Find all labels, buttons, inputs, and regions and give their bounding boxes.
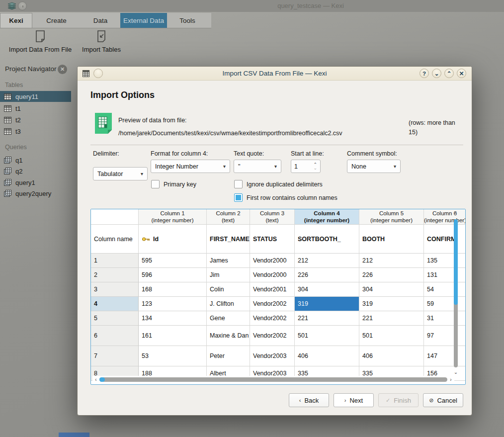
selected-cell[interactable]: 319 <box>295 297 359 311</box>
field-name-id[interactable]: Id <box>139 225 207 254</box>
column-header-4-selected[interactable]: Column 4(integer number) <box>295 209 359 225</box>
cell[interactable]: 221 <box>295 311 359 326</box>
cell[interactable]: 596 <box>139 268 207 282</box>
cell[interactable]: Vendor2000 <box>250 268 295 282</box>
cell[interactable]: 134 <box>139 311 207 326</box>
cell[interactable]: Jim <box>207 268 250 282</box>
scroll-up-icon[interactable]: ⌃ <box>452 211 459 217</box>
field-name-status[interactable]: STATUS <box>250 225 295 254</box>
field-name-booth[interactable]: BOOTH <box>359 225 424 254</box>
cell[interactable]: Vendor2003 <box>250 346 295 366</box>
field-name-first-name[interactable]: FIRST_NAME <box>207 225 250 254</box>
window-menu-button[interactable] <box>18 1 27 10</box>
table-row[interactable]: 1 595 James Vendor2000 212 212 135 <box>91 254 465 268</box>
cell[interactable]: Gene <box>207 311 250 326</box>
cell[interactable]: Vendor2001 <box>250 282 295 297</box>
cell[interactable]: 226 <box>295 268 359 282</box>
column-header-3[interactable]: Column 3(text) <box>250 209 295 225</box>
table-row[interactable]: 5 134 Gene Vendor2002 221 221 31 <box>91 311 465 326</box>
cell[interactable]: Vendor2002 <box>250 326 295 346</box>
first-row-names-checkbox[interactable] <box>234 193 243 202</box>
ignore-duplicated-checkbox[interactable] <box>234 180 243 188</box>
scroll-down-icon[interactable]: ⌄ <box>452 369 459 375</box>
vertical-scroll-thumb[interactable] <box>454 219 458 305</box>
ignore-duplicated-checkbox-row[interactable]: Ignore duplicated delimiters <box>234 180 323 188</box>
cell[interactable]: 319 <box>359 297 424 311</box>
delimiter-select[interactable]: Tabulator ▾ <box>93 167 148 180</box>
cell[interactable]: J. Clifton <box>207 297 250 311</box>
shade-button[interactable]: ⌄ <box>432 69 441 78</box>
format-select[interactable]: Integer Number ▾ <box>151 160 230 173</box>
table-row[interactable]: 3 168 Colin Vendor2001 304 304 54 <box>91 282 465 297</box>
primary-key-checkbox-row[interactable]: Primary key <box>151 180 196 188</box>
cell[interactable]: 406 <box>359 346 424 366</box>
next-button[interactable]: › Next <box>334 393 374 407</box>
unshade-button[interactable]: ⌃ <box>444 69 454 78</box>
cell[interactable]: Vendor2002 <box>250 311 295 326</box>
cell[interactable]: Peter <box>207 346 250 366</box>
cell[interactable]: 595 <box>139 254 207 268</box>
tab-tools[interactable]: Tools <box>167 13 208 28</box>
cell[interactable]: Vendor2002 <box>250 297 295 311</box>
spinner-arrows[interactable]: ⌃⌄ <box>313 163 317 170</box>
help-button[interactable]: ? <box>420 69 429 78</box>
cell[interactable]: Maxine & Dan <box>207 326 250 346</box>
csv-preview-table[interactable]: Column 1(integer number) Column 2(text) … <box>90 209 466 385</box>
sidebar-item-t3[interactable]: t3 <box>0 126 71 137</box>
cancel-button[interactable]: ⊘ Cancel <box>423 393 463 407</box>
horizontal-scroll-thumb[interactable] <box>99 377 105 382</box>
first-row-names-checkbox-row[interactable]: First row contains column names <box>234 193 337 202</box>
import-tables-button[interactable]: Import Tables <box>79 30 124 53</box>
cell[interactable]: 501 <box>359 326 424 346</box>
sidebar-item-t1[interactable]: t1 <box>0 103 71 114</box>
horizontal-scrollbar[interactable]: ‹ › <box>92 376 454 383</box>
primary-key-checkbox[interactable] <box>151 180 160 188</box>
cell[interactable]: 304 <box>359 282 424 297</box>
import-data-from-file-button[interactable]: Import Data From File <box>5 30 76 53</box>
sidebar-item-q1[interactable]: q1 <box>0 155 71 166</box>
tab-kexi[interactable]: Kexi <box>0 13 32 28</box>
sidebar-item-query1[interactable]: query1 <box>0 177 71 188</box>
scroll-left-icon[interactable]: ‹ <box>92 377 99 382</box>
cell[interactable]: 123 <box>139 297 207 311</box>
cell[interactable]: 221 <box>359 311 424 326</box>
tab-create[interactable]: Create <box>32 13 81 28</box>
table-row[interactable]: 7 53 Peter Vendor2003 406 406 147 <box>91 346 465 366</box>
scroll-right-icon[interactable]: › <box>447 377 454 382</box>
cell[interactable]: James <box>207 254 250 268</box>
close-button[interactable]: ✕ <box>457 69 466 78</box>
column-header-2[interactable]: Column 2(text) <box>207 209 250 225</box>
cell[interactable]: 212 <box>295 254 359 268</box>
cell[interactable]: Colin <box>207 282 250 297</box>
project-navigator-close-icon[interactable]: ✕ <box>58 65 67 74</box>
cell[interactable]: 304 <box>295 282 359 297</box>
comment-symbol-select[interactable]: None ▾ <box>347 160 401 173</box>
cell[interactable]: 161 <box>139 326 207 346</box>
sidebar-item-query11[interactable]: query11 <box>0 91 71 102</box>
start-at-line-spinner[interactable]: 1 ⌃⌄ <box>291 160 321 173</box>
sidebar-item-query2query[interactable]: query2query <box>0 188 71 199</box>
cell[interactable]: 501 <box>295 326 359 346</box>
field-name-sortbooth[interactable]: SORTBOOTH_ <box>295 225 359 254</box>
table-row-selected[interactable]: 4 123 J. Clifton Vendor2002 319 319 59 <box>91 297 465 311</box>
tab-data[interactable]: Data <box>81 13 120 28</box>
cell[interactable]: 226 <box>359 268 424 282</box>
cell[interactable]: 212 <box>359 254 424 268</box>
dialog-titlebar[interactable]: Import CSV Data From File — Kexi ? ⌄ ⌃ ✕ <box>78 67 472 81</box>
table-row[interactable]: 2 596 Jim Vendor2000 226 226 131 <box>91 268 465 282</box>
horizontal-scroll-track[interactable] <box>99 377 447 382</box>
text-quote-select[interactable]: " ▾ <box>234 160 281 173</box>
sidebar-item-t2[interactable]: t2 <box>0 114 71 125</box>
back-button[interactable]: ‹ Back <box>289 393 329 407</box>
cell[interactable]: 53 <box>139 346 207 366</box>
tab-external-data[interactable]: External Data <box>120 13 167 28</box>
column-header-5[interactable]: Column 5(integer number) <box>359 209 424 225</box>
cell[interactable]: Vendor2000 <box>250 254 295 268</box>
table-row[interactable]: 6 161 Maxine & Dan Vendor2002 501 501 97 <box>91 326 465 346</box>
cell[interactable]: 406 <box>295 346 359 366</box>
spin-down-icon[interactable]: ⌄ <box>313 167 317 170</box>
cell[interactable]: 168 <box>139 282 207 297</box>
column-header-1[interactable]: Column 1(integer number) <box>139 209 207 225</box>
sidebar-item-q2[interactable]: q2 <box>0 166 71 176</box>
vertical-scrollbar[interactable]: ⌃ ⌄ <box>452 211 459 375</box>
